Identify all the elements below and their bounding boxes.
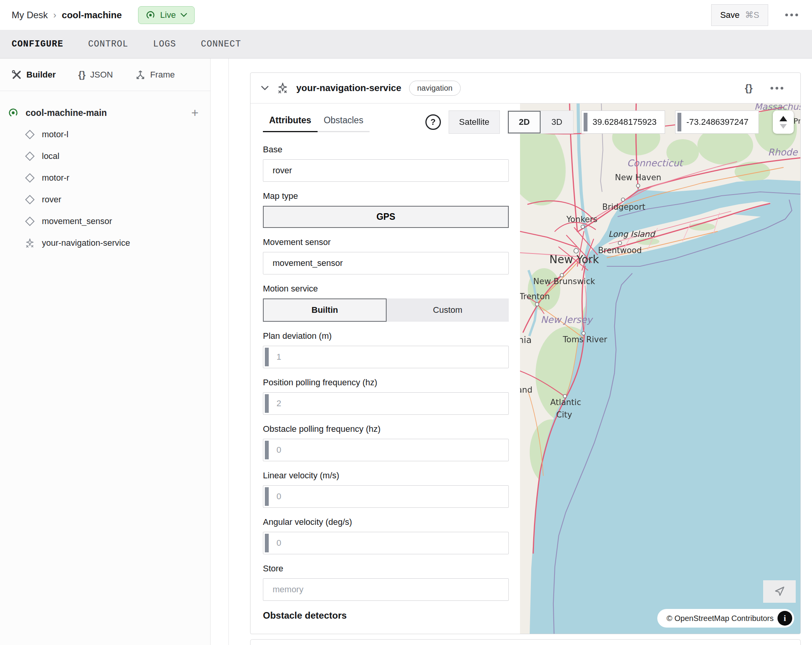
tree-item-motor-r[interactable]: motor-r [8,167,202,189]
city-label: Brentwood [598,246,642,255]
movement-sensor-input[interactable] [263,252,509,274]
position-polling-label: Position polling frequency (hz) [263,378,509,388]
component-tree: cool-machine-main + motor-l local motor-… [0,91,210,254]
code-braces-icon[interactable]: {} [745,82,753,94]
view-frame[interactable]: Frame [135,70,175,80]
tree-item-machine[interactable]: cool-machine-main + [8,102,202,124]
tab-control[interactable]: CONTROL [88,39,128,49]
overflow-menu-icon[interactable] [783,11,800,19]
motion-service-label: Motion service [263,284,509,294]
live-status-dropdown[interactable]: Live [138,6,195,24]
step-down-icon [780,124,787,129]
navigation-map[interactable]: Massachusetts Connecticut Rhode Island N… [520,103,801,634]
angular-velocity-label: Angular velocity (deg/s) [263,517,509,527]
component-diamond-icon [25,129,35,140]
base-input[interactable] [263,159,509,182]
tab-connect[interactable]: CONNECT [201,39,241,49]
plan-deviation-input[interactable] [263,346,509,368]
city-label: Bridgeport [602,202,645,212]
tab-logs[interactable]: LOGS [153,39,176,49]
obstacle-polling-label: Obstacle polling frequency (hz) [263,424,509,434]
info-icon[interactable]: i [777,611,792,626]
main-content: your-navigation-service navigation {} [229,59,812,645]
tree-item-navigation-service[interactable]: your-navigation-service [8,232,202,254]
city-label: New York [549,253,599,266]
collapse-chevron-icon[interactable] [261,85,269,91]
attributes-form: Attributes Obstacles Base Map type GPS M… [263,103,509,621]
longitude-input-wrap [675,110,759,134]
service-type-badge: navigation [409,81,461,96]
state-label: Connecticut [627,158,684,169]
view-switcher: Builder {} JSON Frame [0,59,210,91]
city-label: City [556,410,572,419]
city-label: Vineland [520,385,532,395]
tree-item-label: rover [42,195,61,205]
machine-part-icon [8,107,19,118]
help-button[interactable]: ? [425,114,441,130]
motion-custom-option[interactable]: Custom [387,298,509,322]
frame-axes-icon [135,70,145,80]
position-polling-input[interactable] [263,392,509,415]
map-type-label: Map type [263,191,509,201]
card-menu-icon[interactable] [768,85,786,92]
view-json[interactable]: {} JSON [78,69,113,80]
map-toolbar: ? Satellite 2D 3D [425,110,794,134]
component-diamond-icon [25,151,35,161]
tab-attributes[interactable]: Attributes [263,111,318,132]
mode-3d-button[interactable]: 3D [541,111,573,133]
city-label: New Brunswick [533,277,595,286]
island-label: Long Island [608,229,656,239]
obstacle-polling-input[interactable] [263,439,509,461]
tree-item-motor-l[interactable]: motor-l [8,124,202,145]
primary-nav: CONFIGURE CONTROL LOGS CONNECT [0,30,812,59]
tree-item-local[interactable]: local [8,145,202,167]
save-shortcut: ⌘S [745,10,759,20]
add-component-button[interactable]: + [187,106,202,120]
tree-item-label: motor-l [42,129,68,140]
satellite-toggle-button[interactable]: Satellite [449,110,500,134]
service-sparkle-icon [25,238,35,248]
tree-item-label: your-navigation-service [42,238,130,248]
tab-configure[interactable]: CONFIGURE [12,39,63,49]
tree-item-movement-sensor[interactable]: movement_sensor [8,210,202,232]
component-diamond-icon [25,216,35,226]
city-label: New Haven [615,173,662,182]
locate-me-button[interactable] [763,580,796,603]
view-builder[interactable]: Builder [12,70,56,80]
latitude-input[interactable] [582,111,665,133]
obstacle-detectors-heading: Obstacle detectors [263,610,509,621]
tree-item-rover[interactable]: rover [8,189,202,210]
linear-velocity-label: Linear velocity (m/s) [263,471,509,481]
store-input[interactable] [263,578,509,601]
tree-item-label: cool-machine-main [26,108,107,118]
navigation-service-card: your-navigation-service navigation {} [250,72,801,634]
mode-2d-button[interactable]: 2D [508,111,541,133]
base-label: Base [263,145,509,155]
map-mode-toggle: 2D 3D [508,110,574,134]
linear-velocity-input[interactable] [263,485,509,508]
sidebar: Builder {} JSON Frame cool-machine-main … [0,59,211,645]
tree-item-label: local [42,151,59,161]
city-label: Toms River [563,335,608,344]
panel-divider[interactable] [211,59,229,645]
next-card-edge[interactable] [250,639,801,645]
map-attribution: © OpenStreetMap Contributors i [657,609,794,628]
component-diamond-icon [25,173,35,183]
breadcrumb-separator-icon: › [53,10,56,21]
motion-service-toggle: Builtin Custom [263,298,509,322]
city-label: Atlantic [550,398,581,407]
coordinate-stepper[interactable] [773,110,794,134]
view-json-label: JSON [90,70,113,80]
longitude-input[interactable] [676,111,758,133]
map-type-gps-button[interactable]: GPS [263,206,509,228]
motion-builtin-option[interactable]: Builtin [263,298,387,322]
city-label: Yonkers [566,215,598,224]
tab-obstacles[interactable]: Obstacles [318,111,370,132]
plan-deviation-label: Plan deviation (m) [263,331,509,341]
tree-item-label: movement_sensor [42,216,112,226]
attribution-text[interactable]: © OpenStreetMap Contributors [667,614,774,623]
breadcrumb-root[interactable]: My Desk [12,10,48,21]
angular-velocity-input[interactable] [263,532,509,554]
save-button[interactable]: Save ⌘S [711,4,768,26]
save-label: Save [720,10,739,20]
